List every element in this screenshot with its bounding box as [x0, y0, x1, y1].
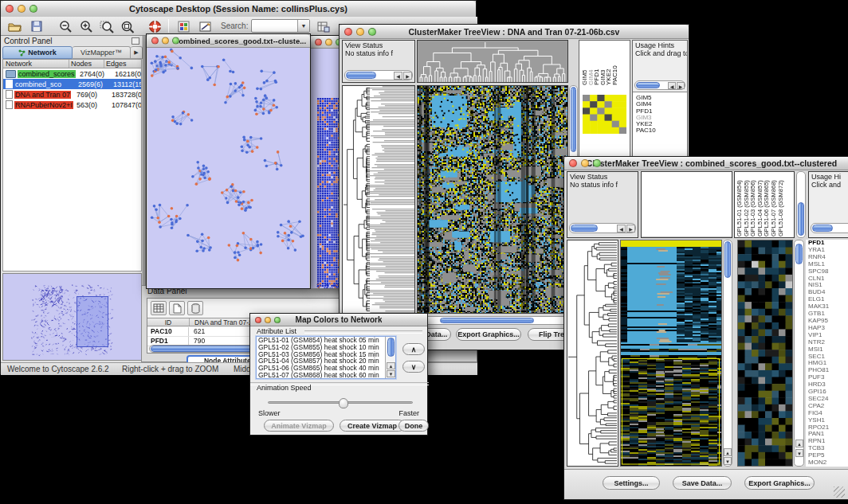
minimize-button[interactable] — [356, 28, 364, 36]
tv2-genes-vscroll-thumb[interactable] — [795, 244, 803, 264]
search-dropdown-icon[interactable]: ▼ — [297, 20, 309, 32]
new-attribute-icon[interactable] — [169, 301, 185, 315]
tv1-export-graphics-button[interactable]: Export Graphics... — [456, 328, 521, 341]
search-options-icon[interactable] — [315, 18, 332, 34]
minimize-button[interactable] — [162, 37, 169, 45]
tv1-heatmap-hscrollbar[interactable] — [417, 316, 568, 325]
tv1-status-scroll-thumb[interactable] — [346, 72, 376, 79]
minimize-button[interactable] — [18, 5, 26, 13]
map-colors-titlebar[interactable]: Map Colors to Network — [250, 314, 427, 326]
close-button[interactable] — [6, 5, 14, 13]
tv2-export-graphics-button[interactable]: Export Graphics... — [744, 476, 815, 490]
open-file-icon[interactable] — [6, 18, 23, 34]
scroll-up-icon[interactable]: ▲ — [795, 440, 803, 447]
tv2-row-dendrogram-canvas[interactable] — [567, 240, 618, 466]
tv2-save-data-button[interactable]: Save Data... — [673, 476, 732, 490]
tv2-gene-list[interactable]: PFD1YRA1RNR4MSL1SPC98CLN1NIS1BUD4ELG1MAK… — [806, 240, 848, 467]
tv1-column-dendrogram-canvas[interactable] — [418, 41, 567, 82]
tv2-heatmap-canvas[interactable] — [621, 240, 721, 466]
move-up-button[interactable]: ∧ — [402, 343, 425, 355]
tv1-summary-heatmap-canvas[interactable] — [583, 95, 626, 134]
scroll-right-icon[interactable]: ▶ — [677, 82, 685, 89]
scroll-left-icon[interactable]: ◀ — [394, 72, 402, 80]
attribute-browser-icon[interactable] — [175, 18, 192, 34]
network-list-row[interactable]: combined_scores2764(0)16218(0) — [3, 68, 141, 79]
scroll-up-icon[interactable]: ▲ — [387, 362, 395, 369]
network-list-row[interactable]: DNA and Tran 07769(0)183728(0) — [3, 89, 141, 100]
resize-grip[interactable] — [834, 486, 845, 498]
annotation-icon[interactable] — [197, 18, 214, 34]
network-view-canvas-1[interactable] — [147, 48, 309, 288]
scroll-left-icon[interactable]: ◀ — [668, 82, 676, 89]
zoom-button[interactable] — [29, 5, 37, 13]
tv1-heatmap-canvas[interactable] — [418, 86, 567, 313]
zoom-in-icon[interactable] — [77, 18, 95, 34]
network-list[interactable]: combined_scores2764(0)16218(0)combined_s… — [2, 68, 142, 272]
delete-attribute-icon[interactable] — [187, 301, 203, 315]
zoom-actual-icon[interactable] — [119, 18, 136, 34]
tv1-usage-scrollbar[interactable]: ◀ ▶ — [634, 80, 685, 90]
tab-overflow-button[interactable]: ▶ — [131, 46, 143, 59]
tv1-heatmap-hscroll-thumb[interactable] — [440, 318, 534, 323]
search-input[interactable]: ▼ — [251, 19, 310, 33]
tv2-zoom-heatmap[interactable] — [737, 240, 793, 467]
animation-speed-slider[interactable] — [268, 401, 413, 404]
tv2-labels-vscroll-thumb[interactable] — [798, 202, 804, 236]
network-list-row[interactable]: combined_sco2569(6)13112(15) — [3, 79, 141, 89]
scroll-down-icon[interactable]: ▼ — [724, 457, 732, 465]
attribute-list-vscrollbar[interactable]: ▲ ▼ — [385, 337, 395, 378]
zoom-out-icon[interactable] — [57, 18, 74, 34]
tv2-heatmap[interactable] — [620, 240, 722, 467]
zoom-button[interactable] — [368, 28, 376, 36]
slider-thumb[interactable] — [339, 398, 348, 408]
scroll-right-icon[interactable]: ▶ — [403, 72, 412, 80]
tv2-settings-button[interactable]: Settings... — [603, 476, 660, 490]
tv2-status-scrollbar[interactable]: ◀ ▶ — [569, 223, 636, 233]
network-list-row[interactable]: RNAPuberNov2+I563(0)107847(0) — [3, 100, 141, 110]
attribute-select-icon[interactable] — [151, 301, 167, 315]
zoom-button[interactable] — [172, 37, 179, 45]
done-button[interactable]: Done — [398, 420, 429, 432]
attribute-item[interactable]: GPL51-07 (GSM868) heat shock 60 min — [257, 372, 384, 379]
main-titlebar[interactable]: Cytoscape Desktop (Session Name: collins… — [1, 1, 476, 18]
overview-viewport-rect[interactable] — [77, 296, 108, 347]
tv1-row-dendrogram-canvas[interactable] — [343, 86, 414, 313]
save-icon[interactable] — [28, 18, 45, 34]
tv1-status-scrollbar[interactable]: ◀ ▶ — [344, 70, 413, 80]
tv1-usage-scroll-thumb[interactable] — [636, 82, 660, 88]
tv2-usage-scrollbar[interactable] — [811, 223, 848, 233]
treeview1-titlebar[interactable]: ClusterMaker TreeView : DNA and Tran 07-… — [340, 25, 689, 39]
create-vizmap-button[interactable]: Create Vizmap — [340, 420, 405, 432]
tv2-status-scroll-thumb[interactable] — [571, 225, 598, 232]
close-button[interactable] — [151, 37, 159, 45]
scroll-left-icon[interactable]: ◀ — [617, 225, 626, 232]
tv2-usage-scroll-thumb[interactable] — [812, 225, 833, 232]
attribute-list-vscroll-thumb[interactable] — [387, 338, 395, 357]
tab-network[interactable]: Network — [2, 46, 73, 59]
close-button[interactable] — [315, 38, 322, 45]
tab-vizmapper[interactable]: VizMapper™ — [73, 46, 131, 59]
tv1-row-dendrogram[interactable] — [342, 85, 415, 314]
network-overview-canvas[interactable] — [3, 274, 141, 360]
tv2-row-dendrogram[interactable] — [567, 240, 618, 467]
help-lifebuoy-icon[interactable] — [146, 18, 163, 34]
minimize-button[interactable] — [325, 38, 332, 45]
window-controls[interactable] — [6, 5, 37, 13]
tv1-heatmap[interactable] — [417, 85, 568, 314]
attribute-list[interactable]: GPL51-01 (GSM854) heat shock 05 minGPL51… — [256, 336, 396, 379]
minimize-button[interactable] — [581, 159, 589, 167]
tv1-column-dendrogram[interactable] — [417, 40, 568, 83]
move-down-button[interactable]: ∨ — [402, 361, 425, 373]
tv2-heatmap-vscroll-thumb[interactable] — [724, 241, 731, 278]
tv2-genes-vscrollbar[interactable]: ▲ ▼ — [794, 240, 804, 467]
tv2-heatmap-vscrollbar[interactable]: ▲ ▼ — [723, 240, 732, 467]
network-table-header[interactable]: Network Nodes Edges — [2, 59, 142, 68]
treeview2-titlebar[interactable]: ClusterMaker TreeView : combined_scores_… — [564, 157, 848, 170]
zoom-region-icon[interactable] — [98, 18, 116, 34]
zoom-button[interactable] — [593, 159, 601, 167]
minimize-button[interactable] — [265, 317, 271, 323]
tv2-labels-vscrollbar[interactable] — [796, 171, 806, 238]
scroll-up-icon[interactable]: ▲ — [724, 448, 732, 456]
network-window-1-titlebar[interactable]: combined_scores_good.txt--cluste... — [147, 34, 310, 48]
float-panel-icon[interactable] — [132, 37, 139, 45]
